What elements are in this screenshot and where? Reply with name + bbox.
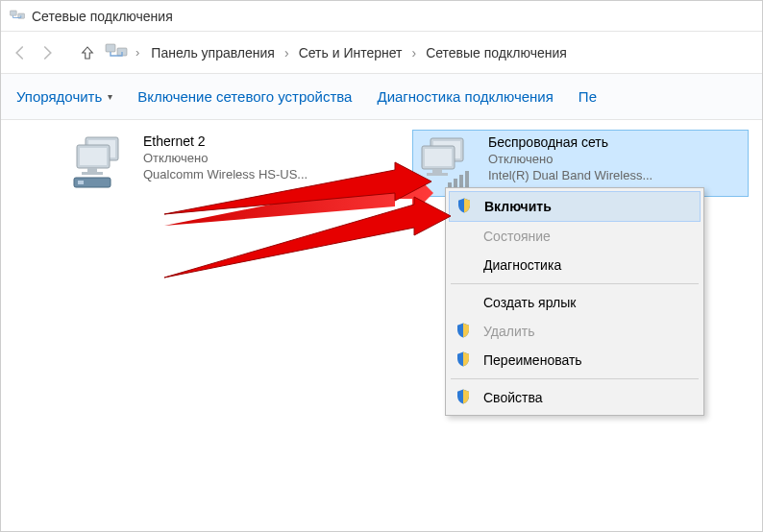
adapter-name: Ethernet 2: [143, 133, 308, 149]
menu-label: Удалить: [483, 324, 534, 339]
enable-device-button[interactable]: Включение сетевого устройства: [137, 88, 352, 105]
context-menu: Включить Состояние Диагностика Создать я…: [445, 187, 704, 416]
toolbar: Упорядочить ▾ Включение сетевого устройс…: [1, 74, 762, 120]
menu-label: Включить: [484, 199, 552, 214]
shield-icon: [455, 197, 475, 216]
adapter-wireless-icon: [417, 134, 479, 192]
organize-label: Упорядочить: [16, 88, 102, 105]
breadcrumb-network-connections[interactable]: Сетевые подключения: [418, 41, 575, 64]
forward-button[interactable]: [34, 39, 61, 66]
chevron-right-icon: ›: [283, 45, 291, 60]
adapter-status: Отключено: [488, 152, 652, 166]
window-title: Сетевые подключения: [32, 9, 173, 24]
adapter-device: Intel(R) Dual Band Wireless...: [488, 168, 652, 182]
organize-button[interactable]: Упорядочить ▾: [16, 88, 112, 105]
adapter-wireless-info: Беспроводная сеть Отключено Intel(R) Dua…: [488, 134, 652, 192]
svg-rect-9: [82, 172, 103, 175]
rename-button-truncated[interactable]: Пе: [578, 88, 597, 105]
menu-item-status: Состояние: [449, 222, 701, 251]
menu-separator: [451, 283, 699, 284]
shield-icon: [455, 351, 474, 370]
menu-item-create-shortcut[interactable]: Создать ярлык: [449, 288, 701, 317]
location-icon: [105, 41, 128, 64]
blank-icon: [455, 255, 474, 275]
svg-rect-21: [465, 171, 469, 188]
adapter-ethernet-icon: [72, 133, 134, 191]
back-button[interactable]: [7, 39, 34, 66]
menu-item-properties[interactable]: Свойства: [449, 383, 701, 412]
titlebar: Сетевые подключения: [1, 1, 762, 32]
svg-rect-7: [80, 148, 107, 165]
adapter-status: Отключено: [143, 151, 308, 165]
adapter-device: Qualcomm Wireless HS-US...: [143, 167, 308, 181]
breadcrumb-network-internet[interactable]: Сеть и Интернет: [291, 41, 410, 64]
svg-rect-15: [425, 149, 452, 166]
menu-item-rename[interactable]: Переименовать: [449, 346, 701, 375]
svg-rect-20: [459, 175, 463, 188]
menu-label: Состояние: [483, 229, 551, 244]
svg-rect-16: [432, 169, 442, 173]
chevron-right-icon: ›: [409, 45, 418, 60]
menu-item-enable[interactable]: Включить: [449, 191, 701, 222]
svg-marker-24: [164, 197, 451, 278]
menu-item-delete: Удалить: [449, 317, 701, 346]
menu-label: Диагностика: [483, 257, 561, 273]
shield-icon: [455, 322, 474, 341]
adapter-name: Беспроводная сеть: [488, 134, 652, 150]
blank-icon: [455, 227, 474, 246]
up-button[interactable]: [74, 39, 101, 66]
svg-rect-8: [87, 168, 97, 172]
menu-item-diagnose[interactable]: Диагностика: [449, 251, 701, 279]
svg-rect-17: [427, 173, 448, 176]
svg-rect-11: [78, 181, 84, 184]
menu-label: Создать ярлык: [483, 295, 576, 310]
annotation-arrow-2: [164, 193, 453, 289]
diagnose-connection-button[interactable]: Диагностика подключения: [377, 88, 553, 105]
menu-label: Переименовать: [483, 352, 582, 368]
navigation-bar: › Панель управления › Сеть и Интернет › …: [1, 32, 762, 74]
menu-label: Свойства: [483, 390, 542, 405]
shield-icon: [455, 388, 474, 407]
breadcrumb-control-panel[interactable]: Панель управления: [143, 41, 283, 64]
breadcrumb: Панель управления › Сеть и Интернет › Се…: [143, 41, 575, 64]
svg-rect-2: [106, 44, 115, 52]
blank-icon: [455, 293, 474, 312]
adapter-ethernet-info: Ethernet 2 Отключено Qualcomm Wireless H…: [143, 133, 308, 193]
svg-rect-0: [11, 11, 17, 15]
chevron-down-icon: ▾: [108, 91, 112, 102]
adapter-ethernet[interactable]: Ethernet 2 Отключено Qualcomm Wireless H…: [68, 130, 405, 197]
content-area: Ethernet 2 Отключено Qualcomm Wireless H…: [1, 120, 762, 531]
network-connections-icon: [9, 8, 26, 25]
chevron-right-icon: ›: [132, 45, 143, 60]
menu-separator: [451, 378, 699, 379]
